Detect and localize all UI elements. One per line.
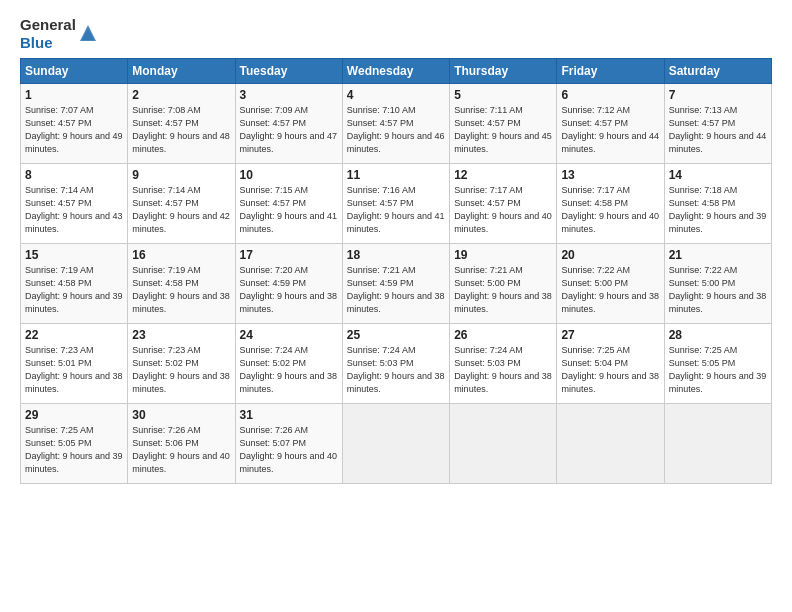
weekday-header-wednesday: Wednesday — [342, 59, 449, 84]
day-cell-9: 9 Sunrise: 7:14 AMSunset: 4:57 PMDayligh… — [128, 164, 235, 244]
day-cell-22: 22 Sunrise: 7:23 AMSunset: 5:01 PMDaylig… — [21, 324, 128, 404]
day-number: 14 — [669, 168, 767, 182]
day-cell-20: 20 Sunrise: 7:22 AMSunset: 5:00 PMDaylig… — [557, 244, 664, 324]
day-number: 11 — [347, 168, 445, 182]
empty-cell — [450, 404, 557, 484]
day-number: 12 — [454, 168, 552, 182]
day-detail: Sunrise: 7:22 AMSunset: 5:00 PMDaylight:… — [561, 265, 659, 314]
day-detail: Sunrise: 7:25 AMSunset: 5:05 PMDaylight:… — [25, 425, 123, 474]
day-detail: Sunrise: 7:24 AMSunset: 5:03 PMDaylight:… — [347, 345, 445, 394]
day-detail: Sunrise: 7:22 AMSunset: 5:00 PMDaylight:… — [669, 265, 767, 314]
day-cell-26: 26 Sunrise: 7:24 AMSunset: 5:03 PMDaylig… — [450, 324, 557, 404]
empty-cell — [664, 404, 771, 484]
day-detail: Sunrise: 7:19 AMSunset: 4:58 PMDaylight:… — [25, 265, 123, 314]
day-cell-7: 7 Sunrise: 7:13 AMSunset: 4:57 PMDayligh… — [664, 84, 771, 164]
logo: GeneralBlue — [20, 16, 98, 52]
day-detail: Sunrise: 7:17 AMSunset: 4:57 PMDaylight:… — [454, 185, 552, 234]
day-detail: Sunrise: 7:19 AMSunset: 4:58 PMDaylight:… — [132, 265, 230, 314]
day-number: 13 — [561, 168, 659, 182]
day-detail: Sunrise: 7:12 AMSunset: 4:57 PMDaylight:… — [561, 105, 659, 154]
day-cell-11: 11 Sunrise: 7:16 AMSunset: 4:57 PMDaylig… — [342, 164, 449, 244]
day-cell-28: 28 Sunrise: 7:25 AMSunset: 5:05 PMDaylig… — [664, 324, 771, 404]
day-detail: Sunrise: 7:16 AMSunset: 4:57 PMDaylight:… — [347, 185, 445, 234]
weekday-header-thursday: Thursday — [450, 59, 557, 84]
day-number: 20 — [561, 248, 659, 262]
day-detail: Sunrise: 7:14 AMSunset: 4:57 PMDaylight:… — [25, 185, 123, 234]
day-cell-27: 27 Sunrise: 7:25 AMSunset: 5:04 PMDaylig… — [557, 324, 664, 404]
day-cell-13: 13 Sunrise: 7:17 AMSunset: 4:58 PMDaylig… — [557, 164, 664, 244]
calendar-header: SundayMondayTuesdayWednesdayThursdayFrid… — [21, 59, 772, 84]
day-cell-24: 24 Sunrise: 7:24 AMSunset: 5:02 PMDaylig… — [235, 324, 342, 404]
day-detail: Sunrise: 7:26 AMSunset: 5:06 PMDaylight:… — [132, 425, 230, 474]
calendar-week-5: 29 Sunrise: 7:25 AMSunset: 5:05 PMDaylig… — [21, 404, 772, 484]
day-number: 31 — [240, 408, 338, 422]
day-detail: Sunrise: 7:11 AMSunset: 4:57 PMDaylight:… — [454, 105, 552, 154]
day-detail: Sunrise: 7:14 AMSunset: 4:57 PMDaylight:… — [132, 185, 230, 234]
day-number: 6 — [561, 88, 659, 102]
day-cell-18: 18 Sunrise: 7:21 AMSunset: 4:59 PMDaylig… — [342, 244, 449, 324]
calendar-week-2: 8 Sunrise: 7:14 AMSunset: 4:57 PMDayligh… — [21, 164, 772, 244]
day-detail: Sunrise: 7:26 AMSunset: 5:07 PMDaylight:… — [240, 425, 338, 474]
day-detail: Sunrise: 7:17 AMSunset: 4:58 PMDaylight:… — [561, 185, 659, 234]
day-number: 8 — [25, 168, 123, 182]
calendar-week-1: 1 Sunrise: 7:07 AMSunset: 4:57 PMDayligh… — [21, 84, 772, 164]
day-detail: Sunrise: 7:25 AMSunset: 5:04 PMDaylight:… — [561, 345, 659, 394]
day-cell-29: 29 Sunrise: 7:25 AMSunset: 5:05 PMDaylig… — [21, 404, 128, 484]
day-number: 18 — [347, 248, 445, 262]
day-cell-6: 6 Sunrise: 7:12 AMSunset: 4:57 PMDayligh… — [557, 84, 664, 164]
day-detail: Sunrise: 7:15 AMSunset: 4:57 PMDaylight:… — [240, 185, 338, 234]
day-cell-19: 19 Sunrise: 7:21 AMSunset: 5:00 PMDaylig… — [450, 244, 557, 324]
day-number: 28 — [669, 328, 767, 342]
day-cell-4: 4 Sunrise: 7:10 AMSunset: 4:57 PMDayligh… — [342, 84, 449, 164]
day-number: 29 — [25, 408, 123, 422]
day-detail: Sunrise: 7:07 AMSunset: 4:57 PMDaylight:… — [25, 105, 123, 154]
day-cell-15: 15 Sunrise: 7:19 AMSunset: 4:58 PMDaylig… — [21, 244, 128, 324]
logo-blue: Blue — [20, 34, 76, 52]
day-detail: Sunrise: 7:25 AMSunset: 5:05 PMDaylight:… — [669, 345, 767, 394]
day-cell-30: 30 Sunrise: 7:26 AMSunset: 5:06 PMDaylig… — [128, 404, 235, 484]
day-detail: Sunrise: 7:21 AMSunset: 4:59 PMDaylight:… — [347, 265, 445, 314]
day-cell-2: 2 Sunrise: 7:08 AMSunset: 4:57 PMDayligh… — [128, 84, 235, 164]
day-cell-3: 3 Sunrise: 7:09 AMSunset: 4:57 PMDayligh… — [235, 84, 342, 164]
day-number: 2 — [132, 88, 230, 102]
weekday-header-saturday: Saturday — [664, 59, 771, 84]
day-cell-10: 10 Sunrise: 7:15 AMSunset: 4:57 PMDaylig… — [235, 164, 342, 244]
day-number: 22 — [25, 328, 123, 342]
day-cell-12: 12 Sunrise: 7:17 AMSunset: 4:57 PMDaylig… — [450, 164, 557, 244]
day-detail: Sunrise: 7:23 AMSunset: 5:02 PMDaylight:… — [132, 345, 230, 394]
logo-general: General — [20, 16, 76, 34]
day-number: 17 — [240, 248, 338, 262]
day-detail: Sunrise: 7:23 AMSunset: 5:01 PMDaylight:… — [25, 345, 123, 394]
calendar-week-3: 15 Sunrise: 7:19 AMSunset: 4:58 PMDaylig… — [21, 244, 772, 324]
calendar-container: GeneralBlue SundayMondayTuesdayWednesday… — [0, 0, 792, 612]
day-number: 21 — [669, 248, 767, 262]
day-detail: Sunrise: 7:09 AMSunset: 4:57 PMDaylight:… — [240, 105, 338, 154]
day-number: 25 — [347, 328, 445, 342]
weekday-header-monday: Monday — [128, 59, 235, 84]
day-detail: Sunrise: 7:08 AMSunset: 4:57 PMDaylight:… — [132, 105, 230, 154]
day-cell-1: 1 Sunrise: 7:07 AMSunset: 4:57 PMDayligh… — [21, 84, 128, 164]
day-number: 4 — [347, 88, 445, 102]
day-number: 3 — [240, 88, 338, 102]
empty-cell — [342, 404, 449, 484]
weekday-header-tuesday: Tuesday — [235, 59, 342, 84]
day-number: 19 — [454, 248, 552, 262]
day-cell-21: 21 Sunrise: 7:22 AMSunset: 5:00 PMDaylig… — [664, 244, 771, 324]
day-detail: Sunrise: 7:21 AMSunset: 5:00 PMDaylight:… — [454, 265, 552, 314]
day-cell-17: 17 Sunrise: 7:20 AMSunset: 4:59 PMDaylig… — [235, 244, 342, 324]
day-cell-23: 23 Sunrise: 7:23 AMSunset: 5:02 PMDaylig… — [128, 324, 235, 404]
day-number: 15 — [25, 248, 123, 262]
day-number: 23 — [132, 328, 230, 342]
day-cell-31: 31 Sunrise: 7:26 AMSunset: 5:07 PMDaylig… — [235, 404, 342, 484]
day-detail: Sunrise: 7:24 AMSunset: 5:03 PMDaylight:… — [454, 345, 552, 394]
day-number: 24 — [240, 328, 338, 342]
day-cell-8: 8 Sunrise: 7:14 AMSunset: 4:57 PMDayligh… — [21, 164, 128, 244]
logo-icon — [78, 23, 98, 43]
day-detail: Sunrise: 7:24 AMSunset: 5:02 PMDaylight:… — [240, 345, 338, 394]
day-number: 1 — [25, 88, 123, 102]
day-number: 16 — [132, 248, 230, 262]
day-number: 5 — [454, 88, 552, 102]
day-number: 10 — [240, 168, 338, 182]
day-number: 9 — [132, 168, 230, 182]
header: GeneralBlue — [20, 16, 772, 52]
